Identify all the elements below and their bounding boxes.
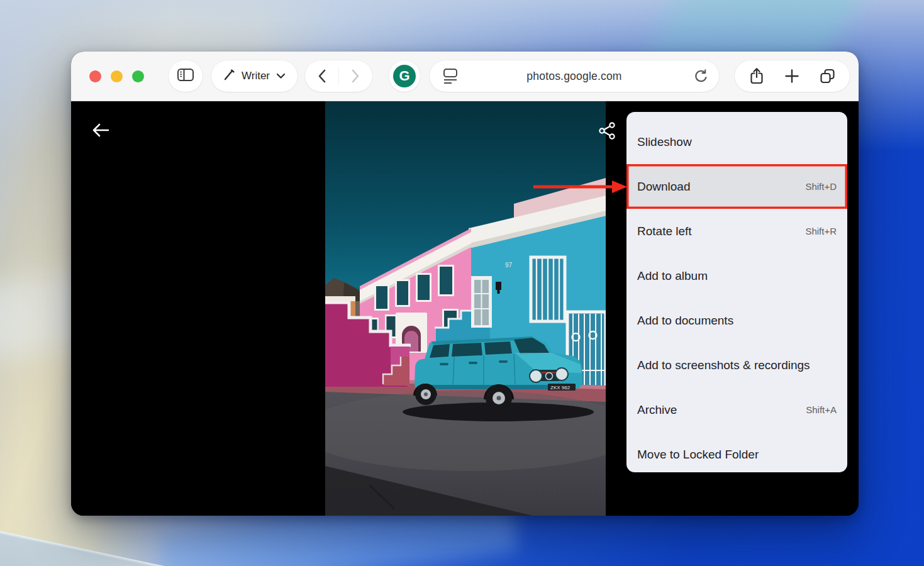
browser-window: Writer	[71, 52, 859, 516]
forward-button[interactable]	[339, 60, 372, 92]
share-network-icon	[598, 122, 616, 140]
toolbar-actions-group	[735, 60, 850, 92]
new-tab-button[interactable]	[785, 69, 799, 83]
menu-item-archive[interactable]: Archive Shift+A	[626, 387, 847, 432]
back-arrow-icon	[91, 122, 110, 138]
browser-toolbar: Writer	[71, 52, 859, 101]
photo-viewer: 97	[71, 101, 859, 516]
profile-switcher-writer[interactable]: Writer	[211, 60, 298, 92]
license-plate: ZKX 962	[550, 385, 571, 391]
grammarly-icon: G	[393, 65, 416, 87]
desktop: Writer	[0, 0, 924, 566]
reload-button[interactable]	[693, 69, 708, 84]
viewer-back-button[interactable]	[91, 122, 110, 138]
menu-item-add-to-screenshots[interactable]: Add to screenshots & recordings	[626, 343, 847, 387]
tab-overview-button[interactable]	[819, 68, 836, 84]
menu-item-move-to-locked-folder[interactable]: Move to Locked Folder	[626, 432, 847, 472]
url-text: photos.google.com	[526, 70, 621, 83]
traffic-lights	[89, 70, 144, 82]
nav-button-group	[305, 60, 372, 92]
menu-item-rotate-left[interactable]: Rotate left Shift+R	[626, 209, 847, 253]
zoom-window-button[interactable]	[132, 70, 144, 82]
menu-item-add-to-album[interactable]: Add to album	[626, 253, 847, 298]
annotation-arrow	[532, 179, 628, 195]
viewer-share-button[interactable]	[598, 122, 616, 140]
back-button[interactable]	[305, 60, 338, 92]
sidebar-toggle-button[interactable]	[169, 60, 203, 92]
address-bar[interactable]: photos.google.com	[430, 60, 719, 92]
page-settings-icon[interactable]	[442, 68, 459, 85]
profile-label: Writer	[242, 70, 270, 82]
house-number: 97	[505, 262, 513, 269]
photo-options-menu: Slideshow Download Shift+D Rotate left S…	[626, 112, 847, 472]
sidebar-icon	[177, 67, 194, 85]
photo-image[interactable]: 97	[325, 101, 606, 516]
pencil-icon	[223, 69, 235, 84]
chevron-down-icon	[276, 70, 286, 82]
share-button[interactable]	[749, 67, 765, 85]
menu-item-slideshow[interactable]: Slideshow	[626, 119, 847, 164]
menu-item-download[interactable]: Download Shift+D	[626, 164, 847, 209]
menu-item-add-to-documents[interactable]: Add to documents	[626, 298, 847, 343]
close-window-button[interactable]	[89, 70, 101, 82]
minimize-window-button[interactable]	[111, 70, 123, 82]
grammarly-extension-button[interactable]: G	[389, 60, 420, 92]
